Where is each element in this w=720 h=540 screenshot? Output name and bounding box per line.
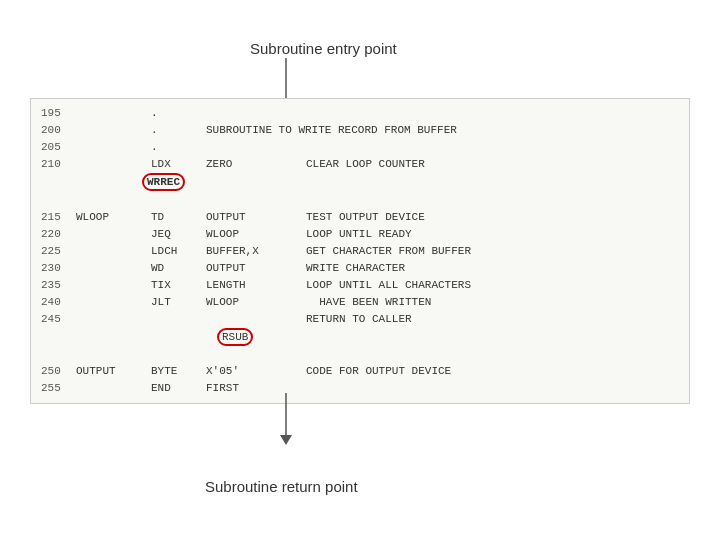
entry-annotation: Subroutine entry point: [220, 40, 397, 59]
code-line-225: 225 LDCH BUFFER,X GET CHARACTER FROM BUF…: [41, 243, 679, 260]
code-line-240: 240 JLT WLOOP HAVE BEEN WRITTEN: [41, 294, 679, 311]
return-arrow-svg: [276, 393, 306, 448]
code-line-200: 200 . SUBROUTINE TO WRITE RECORD FROM BU…: [41, 122, 679, 139]
entry-label: Subroutine entry point: [250, 40, 397, 57]
code-line-245: 245 RSUB RETURN TO CALLER: [41, 311, 679, 363]
code-line-215: 215 WLOOP TD OUTPUT TEST OUTPUT DEVICE: [41, 209, 679, 226]
return-label: Subroutine return point: [205, 478, 358, 495]
code-line-235: 235 TIX LENGTH LOOP UNTIL ALL CHARACTERS: [41, 277, 679, 294]
svg-marker-3: [280, 435, 292, 445]
code-line-255: 255 END FIRST: [41, 380, 679, 397]
return-annotation: Subroutine return point: [205, 474, 358, 495]
code-line-210: 210 WRREC LDX ZERO CLEAR LOOP COUNTER: [41, 156, 679, 208]
wrrec-circle: WRREC: [142, 173, 185, 191]
code-line-250: 250 OUTPUT BYTE X'05' CODE FOR OUTPUT DE…: [41, 363, 679, 380]
code-line-220: 220 JEQ WLOOP LOOP UNTIL READY: [41, 226, 679, 243]
code-block: 195 . 200 . SUBROUTINE TO WRITE RECORD F…: [30, 98, 690, 404]
code-line-195: 195 .: [41, 105, 679, 122]
code-line-205: 205 .: [41, 139, 679, 156]
code-line-230: 230 WD OUTPUT WRITE CHARACTER: [41, 260, 679, 277]
main-container: Subroutine entry point 195 . 200 . SUBRO…: [0, 0, 720, 540]
slide-area: Subroutine entry point 195 . 200 . SUBRO…: [20, 30, 700, 510]
